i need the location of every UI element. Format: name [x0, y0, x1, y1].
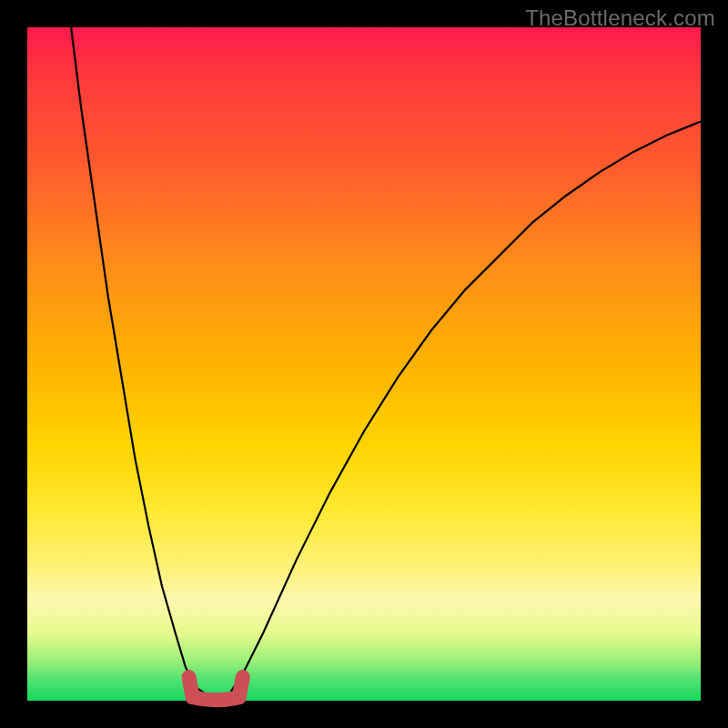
curve-right-branch	[229, 122, 701, 694]
curve-left-branch	[71, 27, 206, 694]
optimal-region-marker	[189, 677, 243, 700]
chart-plot-area	[27, 27, 701, 701]
chart-svg	[27, 27, 701, 701]
watermark-text: TheBottleneck.com	[525, 5, 715, 31]
